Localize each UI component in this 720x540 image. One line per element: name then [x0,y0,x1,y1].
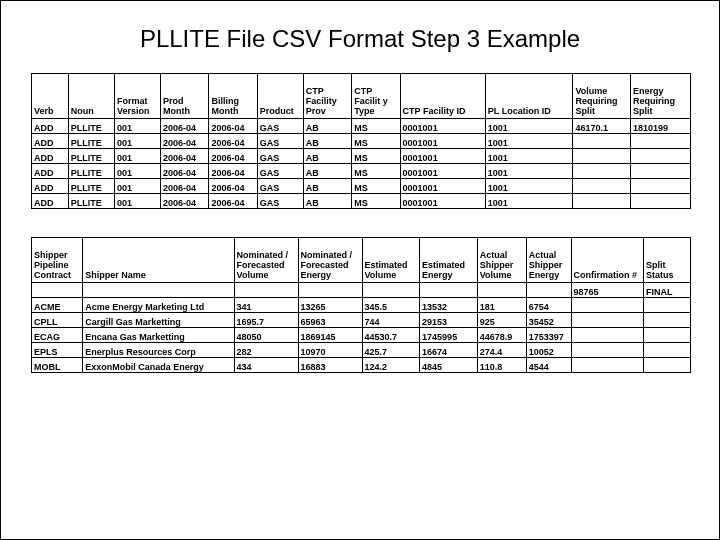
cell: MS [352,194,400,209]
cell: 434 [234,358,298,373]
cell: 925 [477,313,526,328]
cell: 1001 [485,164,573,179]
cell: MS [352,179,400,194]
cell [83,283,234,298]
cell: 2006-04 [161,119,209,134]
cell: GAS [257,194,303,209]
table-row: ADDPLLITE0012006-042006-04GASABMS0001001… [32,194,691,209]
cell: 4544 [526,358,571,373]
cell: 4845 [420,358,478,373]
cell: MOBL [32,358,83,373]
table-row: ADDPLLITE0012006-042006-04GASABMS0001001… [32,164,691,179]
cell: 44678.9 [477,328,526,343]
cell: 1869145 [298,328,362,343]
cell: 2006-04 [209,194,257,209]
cell: AB [303,179,351,194]
cell: PLLITE [68,119,114,134]
cell [526,283,571,298]
cell: 2006-04 [161,149,209,164]
cell [630,194,690,209]
table-row: CPLLCargill Gas Marketting1695.765963744… [32,313,691,328]
cell: 0001001 [400,134,485,149]
cell [644,328,691,343]
cell [630,179,690,194]
cell: 0001001 [400,179,485,194]
cell: 341 [234,298,298,313]
cell: GAS [257,179,303,194]
cell: 1001 [485,119,573,134]
cell [630,134,690,149]
cell: 6754 [526,298,571,313]
table1-header: CTP Facilit y Type [352,74,400,119]
table2-header: Split Status [644,238,691,283]
cell: CPLL [32,313,83,328]
cell [573,134,631,149]
table-2: Shipper Pipeline ContractShipper NameNom… [31,237,691,373]
cell: 10970 [298,343,362,358]
cell [644,358,691,373]
cell: 1695.7 [234,313,298,328]
cell: 44530.7 [362,328,420,343]
cell: PLLITE [68,134,114,149]
cell [573,179,631,194]
table1-header: PL Location ID [485,74,573,119]
table2-header: Actual Shipper Energy [526,238,571,283]
table-row: ADDPLLITE0012006-042006-04GASABMS0001001… [32,134,691,149]
cell: ECAG [32,328,83,343]
table1-header: Energy Requiring Split [630,74,690,119]
cell: MS [352,149,400,164]
table2-header: Shipper Name [83,238,234,283]
cell: ADD [32,134,69,149]
cell: 0001001 [400,119,485,134]
cell [573,194,631,209]
cell: 98765 [571,283,644,298]
cell: MS [352,164,400,179]
cell [573,149,631,164]
table1-header: Product [257,74,303,119]
cell: 1745995 [420,328,478,343]
cell: 001 [114,164,160,179]
cell: 0001001 [400,194,485,209]
cell: PLLITE [68,179,114,194]
cell: 10052 [526,343,571,358]
table-1: VerbNounFormat VersionProd MonthBilling … [31,73,691,209]
cell: 35452 [526,313,571,328]
cell: 2006-04 [209,119,257,134]
table1-header: CTP Facility Prov [303,74,351,119]
cell: Acme Energy Marketing Ltd [83,298,234,313]
cell: 744 [362,313,420,328]
table1-header: Noun [68,74,114,119]
table2-header: Estimated Energy [420,238,478,283]
cell: 2006-04 [161,194,209,209]
cell [571,343,644,358]
cell: 2006-04 [161,164,209,179]
cell: ADD [32,119,69,134]
cell: ACME [32,298,83,313]
cell: 0001001 [400,164,485,179]
cell [571,358,644,373]
cell: AB [303,119,351,134]
table2-header: Actual Shipper Volume [477,238,526,283]
table2-header: Nominated / Forecasted Volume [234,238,298,283]
cell: 2006-04 [209,134,257,149]
cell: 181 [477,298,526,313]
cell: 48050 [234,328,298,343]
cell: 282 [234,343,298,358]
cell: AB [303,149,351,164]
cell [630,164,690,179]
table1-header: Verb [32,74,69,119]
cell: GAS [257,134,303,149]
cell [477,283,526,298]
cell: 1001 [485,134,573,149]
cell: 1001 [485,194,573,209]
cell: GAS [257,164,303,179]
cell: 001 [114,134,160,149]
cell: 2006-04 [161,179,209,194]
table-row: 98765FINAL [32,283,691,298]
cell: 110.8 [477,358,526,373]
table-row: EPLSEnerplus Resources Corp28210970425.7… [32,343,691,358]
cell: 16883 [298,358,362,373]
cell: Enerplus Resources Corp [83,343,234,358]
table-row: ECAGEncana Gas Marketting480501869145445… [32,328,691,343]
table-row: ACMEAcme Energy Marketing Ltd34113265345… [32,298,691,313]
